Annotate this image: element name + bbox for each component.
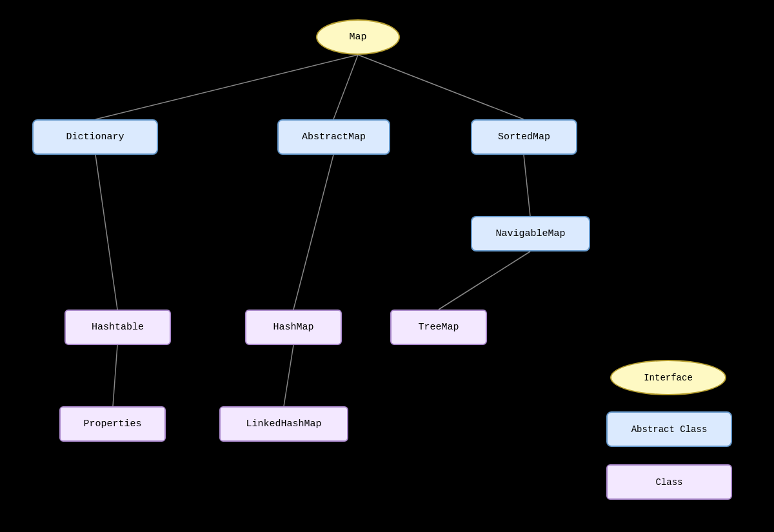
svg-line-4: [95, 155, 117, 310]
svg-line-6: [439, 251, 530, 310]
node-treemap: TreeMap: [390, 310, 487, 345]
svg-line-0: [95, 55, 358, 119]
svg-line-1: [333, 55, 358, 119]
node-abstractmap: AbstractMap: [277, 119, 390, 155]
svg-line-5: [293, 155, 333, 310]
legend-class: Class: [606, 464, 732, 500]
legend-interface: Interface: [610, 360, 726, 395]
node-properties: Properties: [59, 406, 166, 442]
node-hashtable: Hashtable: [64, 310, 171, 345]
node-dictionary: Dictionary: [32, 119, 158, 155]
node-map: Map: [316, 19, 400, 55]
svg-line-7: [113, 345, 117, 406]
node-sortedmap: SortedMap: [471, 119, 577, 155]
svg-line-2: [358, 55, 524, 119]
node-hashmap: HashMap: [245, 310, 342, 345]
legend-abstract-class: Abstract Class: [606, 411, 732, 447]
diagram-container: Map Dictionary AbstractMap SortedMap Nav…: [0, 0, 774, 532]
node-linkedhashmap: LinkedHashMap: [219, 406, 348, 442]
svg-line-3: [524, 155, 530, 216]
node-navigablemap: NavigableMap: [471, 216, 590, 251]
connections-svg: [0, 0, 774, 532]
svg-line-8: [284, 345, 293, 406]
